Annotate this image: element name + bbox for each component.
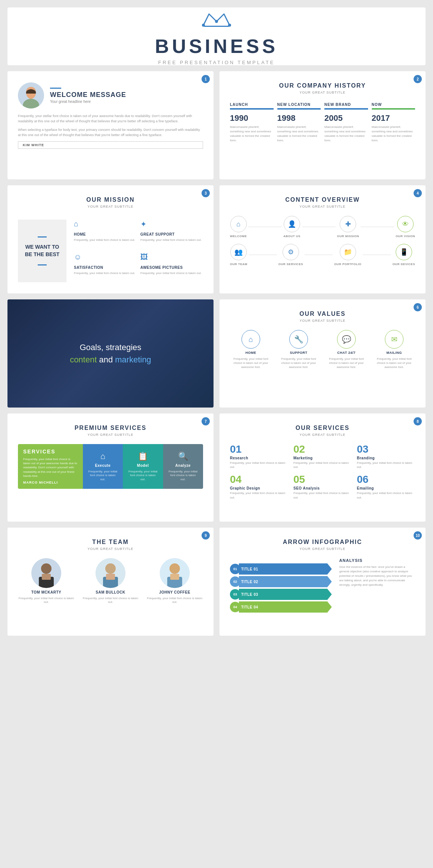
row-5-6: Goals, strategies content and marketing …: [7, 299, 426, 408]
mission-icon-circle: ✚: [340, 216, 356, 232]
slide-content-overview: 4 CONTENT OVERVIEW YOUR GREAT SUBTITLE ⌂…: [219, 185, 426, 293]
value-text-home: Frequently, your initial font choice is …: [230, 357, 272, 369]
overview-label-mission: OUR MISSION: [337, 235, 359, 238]
slide-cover: BUSINESS FREE PRESENTATION TEMPLATE: [7, 7, 426, 65]
value-home-icon: ⌂: [242, 330, 260, 349]
arrow-rows: 01 TITLE 01 02 TITLE 02 03: [230, 563, 332, 613]
dark-text: Goals, strategies content and marketing: [70, 341, 151, 366]
mission-content: WE WANT TO BE THE BEST ⌂ HOME Frequently…: [18, 220, 203, 282]
arrow-num-1: 01: [230, 564, 240, 574]
overview-item-services: ⚙ OUR SERVICES: [278, 244, 303, 266]
service-text-2: Frequently, your initial font choice is …: [293, 461, 352, 469]
svg-point-13: [105, 563, 116, 574]
pictures-icon: 🖼: [140, 253, 152, 264]
mission-left-panel: WE WANT TO BE THE BEST: [18, 220, 66, 282]
team-avatar-1: [31, 558, 61, 588]
history-item-1: LAUNCH 1990 Maecenasele phentrif, someth…: [230, 102, 274, 143]
arrow-row-1: 01 TITLE 01: [230, 563, 332, 575]
mission-item-4: 🖼 AWESOME PICTURES Frequently, your init…: [140, 253, 203, 282]
mission-item-title-3: SATISFACTION: [74, 265, 137, 270]
history-text-4: Maecenasele phentrif, something new and …: [372, 125, 415, 143]
execute-label: Execute: [95, 463, 110, 468]
slide-dark-goals: Goals, strategies content and marketing: [7, 299, 214, 408]
svg-point-17: [169, 563, 180, 574]
services-blue-panel: ⌂ Execute Frequently, your initial font …: [83, 444, 123, 489]
panel-title: SERVICES: [23, 449, 78, 455]
history-year-2: 1998: [277, 112, 321, 124]
slide-number-3: 3: [202, 189, 210, 197]
service-text-5: Frequently, your initial font choice is …: [293, 491, 352, 499]
premium-title: PREMIUM SERVICES: [18, 425, 203, 431]
cover-title: BUSINESS: [155, 35, 278, 57]
portfolio-icon-circle: 📁: [340, 244, 356, 260]
welcome-subtitle: Your great headline here: [50, 100, 203, 104]
service-num-5: 05: [293, 474, 352, 485]
devices-icon-circle: 📱: [396, 244, 412, 260]
home-icon: ⌂: [74, 220, 85, 231]
analysis-text: Give the essence of the fact: once you'v…: [339, 565, 415, 587]
about-icon-circle: 👤: [284, 216, 300, 232]
slide-our-services: 8 OUR SERVICES YOUR GREAT SUBTITLE 01 Re…: [219, 413, 426, 522]
mission-item-title-1: HOME: [74, 232, 137, 236]
svg-rect-19: [170, 574, 179, 580]
service-item-6: 06 Emailing Frequently, your initial fon…: [357, 474, 415, 499]
arrow-title-3: TITLE 03: [241, 592, 258, 597]
team-avatar-3: [160, 558, 190, 588]
infographic-right: ANALYSIS Give the essence of the fact: o…: [336, 558, 415, 613]
arrow-num-4: 04: [230, 602, 240, 612]
arrow-row-4: 04 TITLE 04: [230, 601, 332, 613]
svg-point-2: [215, 20, 218, 23]
team-subtitle: YOUR GREAT SUBTITLE: [18, 547, 203, 551]
slide-number-2: 2: [414, 75, 422, 83]
overview-label-services: OUR SERVICES: [278, 262, 303, 266]
cover-subtitle: FREE PRESENTATION TEMPLATE: [158, 60, 275, 65]
connector-5: [305, 255, 333, 255]
history-title: OUR COMPANY HISTORY: [230, 82, 415, 89]
marketing-text: marketing: [115, 355, 151, 364]
slide-welcome: 1 WELCOME MESSAGE Your great headline he…: [7, 71, 214, 179]
service-title-2: Marketing: [293, 456, 352, 460]
team-name-3: JOHNY COFFEE: [159, 590, 190, 594]
welcome-title-block: WELCOME MESSAGE Your great headline here: [50, 88, 203, 104]
arrow-body-3: TITLE 03: [239, 589, 332, 600]
overview-item-mission: ✚ OUR MISSION: [337, 216, 359, 238]
content-text: content: [70, 355, 97, 364]
execute-text: Frequently, your initial font choice is …: [87, 470, 118, 481]
service-title-6: Emailing: [357, 486, 415, 490]
value-item-support: 🔧 SUPPORT Frequently, your initial font …: [278, 330, 320, 369]
mission-right-panel: ⌂ HOME Frequently, your initial font cho…: [74, 220, 203, 282]
arrow-title-1: TITLE 01: [241, 567, 258, 571]
services-teal-panel: 📋 Model Frequently, your initial font ch…: [123, 444, 163, 489]
team-member-3: JOHNY COFFEE Frequently, your initial fo…: [146, 558, 203, 604]
connector-2: [302, 227, 336, 227]
arrow-num-2: 02: [230, 576, 240, 587]
overview-item-devices: 📱 OUR DEVICES: [392, 244, 415, 266]
mission-item-2: ✦ GREAT SUPPORT Frequently, your initial…: [140, 220, 203, 249]
history-label-1: LAUNCH: [230, 102, 274, 107]
service-item-5: 05 SEO Analysis Frequently, your initial…: [293, 474, 352, 499]
services-icon-circle: ⚙: [283, 244, 299, 260]
team-name-1: TOM MCKARTY: [31, 590, 61, 594]
history-bar-1: [230, 108, 274, 110]
welcome-icon-circle: ⌂: [230, 216, 247, 232]
name-badge: KIM WHITE: [18, 141, 203, 149]
service-num-3: 03: [357, 444, 415, 455]
team-member-1: TOM MCKARTY Frequently, your initial fon…: [18, 558, 75, 604]
value-text-support: Frequently, your initial font choice is …: [278, 357, 320, 369]
team-text-3: Frequently, your initial font choice is …: [146, 597, 203, 604]
history-year-4: 2017: [372, 112, 415, 124]
analyze-text: Frequently, your initial font choice is …: [168, 470, 199, 481]
value-mailing-icon: ✉: [385, 330, 404, 349]
service-num-6: 06: [357, 474, 415, 485]
and-text: and: [99, 355, 113, 364]
value-support-icon: 🔧: [289, 330, 308, 349]
svg-point-3: [228, 24, 231, 27]
overview-item-portfolio: 📁 OUR PORTFOLIO: [334, 244, 361, 266]
value-text-chat: Frequently, your initial font choice is …: [325, 357, 367, 369]
welcome-title: WELCOME MESSAGE: [50, 91, 203, 99]
mission-accent-line: [38, 236, 47, 238]
history-text-2: Maecenasele phentrif, something new and …: [277, 125, 321, 143]
mission-item-title-2: GREAT SUPPORT: [140, 232, 203, 236]
slide-team: 9 THE TEAM YOUR GREAT SUBTITLE TOM MCKAR…: [7, 528, 214, 636]
slide-values: 6 OUR VALUES YOUR GREAT SUBTITLE ⌂ HOME …: [219, 299, 426, 408]
